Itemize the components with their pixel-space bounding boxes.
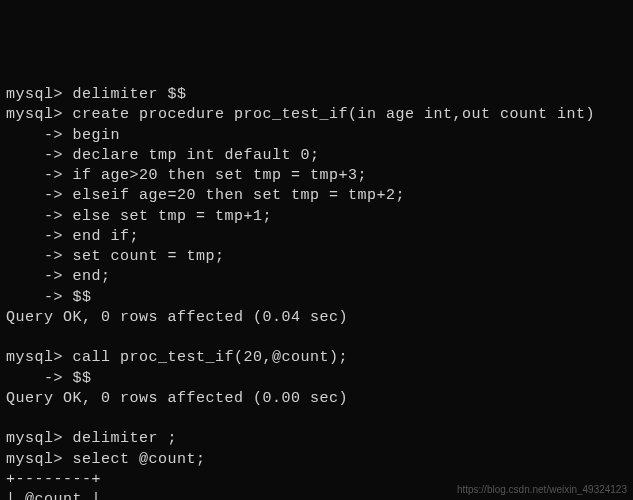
terminal-line: -> else set tmp = tmp+1;: [6, 207, 627, 227]
terminal-line: -> set count = tmp;: [6, 247, 627, 267]
terminal-line: Query OK, 0 rows affected (0.00 sec): [6, 389, 627, 409]
terminal-line: Query OK, 0 rows affected (0.04 sec): [6, 308, 627, 328]
terminal-line: -> end if;: [6, 227, 627, 247]
terminal-line: mysql> create procedure proc_test_if(in …: [6, 105, 627, 125]
terminal-line: -> $$: [6, 288, 627, 308]
terminal-line: mysql> select @count;: [6, 450, 627, 470]
terminal-line: [6, 328, 627, 348]
terminal-output: mysql> delimiter $$mysql> create procedu…: [6, 85, 627, 500]
terminal-line: [6, 409, 627, 429]
watermark-text: https://blog.csdn.net/weixin_49324123: [457, 483, 627, 497]
terminal-line: -> end;: [6, 267, 627, 287]
terminal-line: mysql> delimiter $$: [6, 85, 627, 105]
terminal-line: mysql> call proc_test_if(20,@count);: [6, 348, 627, 368]
terminal-line: -> $$: [6, 369, 627, 389]
terminal-line: -> if age>20 then set tmp = tmp+3;: [6, 166, 627, 186]
terminal-line: mysql> delimiter ;: [6, 429, 627, 449]
terminal-line: -> elseif age=20 then set tmp = tmp+2;: [6, 186, 627, 206]
terminal-line: -> begin: [6, 126, 627, 146]
terminal-line: -> declare tmp int default 0;: [6, 146, 627, 166]
